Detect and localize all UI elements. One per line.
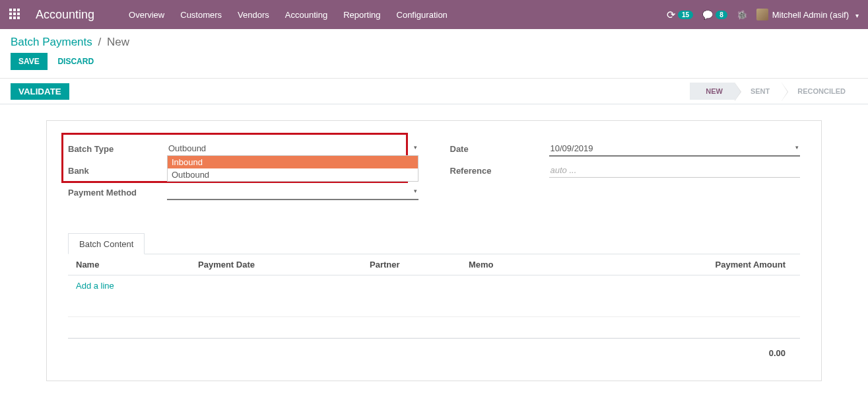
- statusbar: VALIDATE NEW SENT RECONCILED: [0, 79, 868, 104]
- col-amount: Payment Amount: [640, 260, 792, 270]
- date-input[interactable]: [549, 141, 801, 157]
- avatar: [756, 9, 768, 20]
- timer-pill[interactable]: 15: [667, 9, 693, 21]
- form-col-right: Date ▾ Reference: [450, 141, 801, 206]
- option-outbound[interactable]: Outbound: [168, 168, 418, 181]
- empty-row: [68, 296, 800, 317]
- total-amount: 0.00: [769, 348, 785, 358]
- systray: 15 8 Mitchell Admin (asif): [667, 9, 859, 21]
- nav-overview[interactable]: Overview: [121, 6, 172, 24]
- timer-badge: 15: [678, 11, 693, 19]
- control-panel: Batch Payments / New SAVE DISCARD: [0, 29, 868, 79]
- step-new[interactable]: NEW: [690, 83, 735, 100]
- label-payment-method: Payment Method: [68, 188, 167, 198]
- batch-type-select[interactable]: Outbound ▾ Inbound Outbound: [167, 141, 418, 156]
- nav-reporting[interactable]: Reporting: [335, 6, 388, 24]
- col-name: Name: [76, 260, 198, 270]
- col-payment-date: Payment Date: [198, 260, 370, 270]
- topbar: Accounting Overview Customers Vendors Ac…: [0, 0, 868, 29]
- status-steps: NEW SENT RECONCILED: [690, 83, 857, 100]
- batch-type-dropdown: Inbound Outbound: [167, 156, 418, 182]
- batch-type-value: Outbound: [167, 141, 418, 156]
- col-memo: Memo: [469, 260, 640, 270]
- form-grid: Batch Type Outbound ▾ Inbound Outbound B…: [68, 141, 800, 206]
- label-bank: Bank: [68, 166, 167, 176]
- user-menu[interactable]: Mitchell Admin (asif): [756, 9, 859, 20]
- app-title[interactable]: Accounting: [36, 8, 94, 22]
- date-input-wrap[interactable]: ▾: [549, 141, 801, 157]
- breadcrumb: Batch Payments / New: [11, 36, 857, 49]
- tabs: Batch Content: [68, 233, 800, 254]
- chat-badge: 8: [716, 11, 727, 19]
- tab-batch-content[interactable]: Batch Content: [68, 233, 145, 254]
- table-row: Add a line: [68, 275, 800, 296]
- validate-button[interactable]: VALIDATE: [11, 83, 69, 100]
- messages-pill[interactable]: 8: [702, 10, 727, 20]
- col-partner: Partner: [370, 260, 469, 270]
- option-inbound[interactable]: Inbound: [168, 156, 418, 168]
- user-name: Mitchell Admin (asif): [772, 10, 849, 20]
- step-reconciled[interactable]: RECONCILED: [782, 83, 857, 100]
- form-col-left: Batch Type Outbound ▾ Inbound Outbound B…: [68, 141, 418, 206]
- nav-customers[interactable]: Customers: [172, 6, 230, 24]
- label-batch-type: Batch Type: [68, 144, 167, 154]
- nav-accounting[interactable]: Accounting: [277, 6, 335, 24]
- chat-icon: [702, 10, 713, 20]
- empty-row: [68, 317, 800, 338]
- total-row: 0.00: [68, 338, 800, 363]
- breadcrumb-root[interactable]: Batch Payments: [11, 36, 92, 48]
- form-sheet: Batch Type Outbound ▾ Inbound Outbound B…: [46, 120, 822, 381]
- reference-input-wrap[interactable]: [549, 163, 801, 178]
- reference-input[interactable]: [549, 163, 801, 178]
- breadcrumb-current: New: [107, 36, 129, 48]
- save-button[interactable]: SAVE: [11, 53, 48, 70]
- label-date: Date: [450, 144, 549, 154]
- table-header: Name Payment Date Partner Memo Payment A…: [68, 254, 800, 275]
- apps-icon[interactable]: [9, 9, 21, 20]
- breadcrumb-sep: /: [98, 36, 102, 48]
- payment-method-select[interactable]: ▾: [167, 185, 418, 200]
- form-page: Batch Type Outbound ▾ Inbound Outbound B…: [0, 104, 868, 397]
- add-line-link[interactable]: Add a line: [76, 281, 114, 291]
- nav-configuration[interactable]: Configuration: [389, 6, 455, 24]
- label-reference: Reference: [450, 166, 549, 176]
- timer-icon: [667, 9, 675, 21]
- step-sent[interactable]: SENT: [735, 83, 782, 100]
- payment-method-input[interactable]: [167, 185, 418, 200]
- main-nav: Overview Customers Vendors Accounting Re…: [121, 6, 455, 24]
- debug-icon[interactable]: [737, 10, 747, 20]
- caret-down-icon: [853, 10, 859, 20]
- nav-vendors[interactable]: Vendors: [230, 6, 277, 24]
- discard-button[interactable]: DISCARD: [50, 53, 102, 70]
